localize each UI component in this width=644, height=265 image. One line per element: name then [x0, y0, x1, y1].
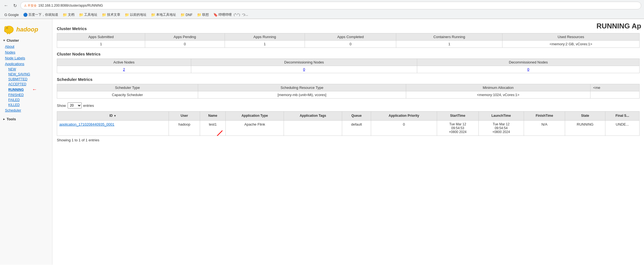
sidebar-item-new[interactable]: NEW [0, 67, 52, 72]
th-state: State [565, 112, 605, 121]
th-app-tags-label: Application Tags [300, 114, 326, 118]
bookmark-label: 工具地址 [84, 12, 97, 17]
cell-state: RUNNING [565, 120, 605, 136]
folder-icon: 📁 [79, 13, 83, 17]
cell-start-time: Tue Mar 12 09:54:53 +0800 2024 [437, 120, 478, 136]
val-scheduler-type: Capacity Scheduler [57, 91, 198, 99]
bookmark-label: DNF [186, 13, 193, 17]
sidebar-item-nodes[interactable]: Nodes [0, 49, 52, 55]
bookmark-tech[interactable]: 📁 技术文章 [100, 12, 122, 18]
cell-name: test1 [200, 120, 226, 136]
th-name-label: Name [208, 114, 217, 118]
browser-chrome: ← ↻ ⚠ 不安全 192.168.1.200:8088/cluster/app… [0, 0, 644, 19]
submitted-label: SUBMITTED [8, 77, 27, 81]
page-title: RUNNING Ap [597, 22, 644, 30]
th-id-label: ID [109, 114, 113, 118]
sidebar-cluster-title[interactable]: ▼ Cluster [0, 37, 52, 44]
apps-table-wrapper: ID ▼ User Name Application Type [57, 111, 640, 136]
sidebar-item-about[interactable]: About [0, 44, 52, 49]
reload-button[interactable]: ↻ [12, 2, 18, 9]
val-apps-submitted: 1 [57, 41, 145, 48]
bookmark-docs[interactable]: 📁 文档 [61, 12, 76, 18]
sidebar-item-killed[interactable]: KILLED [0, 102, 52, 107]
val-decommissioning-nodes[interactable]: 0 [191, 66, 417, 73]
bookmark-lenovo[interactable]: 📁 联想 [195, 12, 211, 18]
bookmark-label: 本地工具地址 [156, 12, 176, 17]
decommissioned-nodes-link[interactable]: 0 [527, 67, 529, 71]
show-label: Show [57, 104, 66, 108]
cluster-arrow-icon: ▼ [3, 39, 6, 42]
browser-toolbar: ← ↻ ⚠ 不安全 192.168.1.200:8088/cluster/app… [0, 0, 644, 11]
scheduler-metrics-table: Scheduler Type Scheduling Resource Type … [57, 84, 640, 99]
bookmark-dnf[interactable]: 📁 DNF [179, 12, 194, 17]
bookmark-bilibili[interactable]: 🔖 哔哩哔哩（°-°）つ... [212, 12, 250, 18]
about-label: About [5, 44, 14, 49]
cluster-nodes-metrics-title: Cluster Nodes Metrics [57, 52, 640, 56]
sidebar-item-scheduler[interactable]: Scheduler [0, 107, 52, 113]
folder-icon: 📁 [180, 13, 185, 17]
sidebar-item-accepted[interactable]: ACCEPTED [0, 82, 52, 87]
col-scheduling-resource-type: Scheduling Resource Type [198, 84, 406, 91]
bookmark-google[interactable]: G Google [3, 12, 20, 17]
cluster-metrics-table: Apps Submitted Apps Pending Apps Running… [57, 33, 640, 48]
val-minimum-allocation: <memory:1024, vCores:1> [406, 91, 590, 99]
bookmark-local[interactable]: 📁 本地工具地址 [149, 12, 178, 18]
bookmark-label: 以前的地址 [130, 12, 147, 17]
cell-final-state: UNDE... [605, 120, 639, 136]
bookmark-baidu[interactable]: 🔵 百度一下，你就知道 [22, 12, 60, 18]
th-id[interactable]: ID ▼ [57, 112, 169, 121]
decommissioning-nodes-link[interactable]: 0 [303, 67, 305, 71]
new-label: NEW [8, 67, 16, 71]
col-used-resources: Used Resources [502, 33, 640, 41]
folder-icon: 📁 [197, 13, 201, 17]
sidebar-item-failed[interactable]: FAILED [0, 97, 52, 102]
bookmark-label: 哔哩哔哩（°-°）つ... [219, 12, 248, 17]
val-decommissioned-nodes[interactable]: 0 [417, 66, 640, 73]
col-active-nodes: Active Nodes [57, 59, 191, 66]
sidebar-item-submitted[interactable]: SUBMITTED [0, 77, 52, 82]
th-state-label: State [581, 114, 589, 118]
val-apps-pending: 0 [145, 41, 225, 48]
col-scheduler-type: Scheduler Type [57, 84, 198, 91]
sidebar-tools-section: ► Tools [0, 116, 52, 122]
bookmark-label: 联想 [202, 12, 209, 17]
address-bar[interactable]: ⚠ 不安全 192.168.1.200:8088/cluster/apps/RU… [20, 2, 641, 9]
back-button[interactable]: ← [3, 2, 9, 9]
svg-rect-5 [9, 32, 10, 34]
th-start-time: StartTime [437, 112, 478, 121]
sidebar-item-finished[interactable]: FINISHED [0, 92, 52, 97]
entries-select[interactable]: 10 20 25 50 100 [68, 102, 82, 108]
val-maximum-allocation [590, 91, 639, 99]
bookmark-label: 百度一下，你就知道 [28, 12, 58, 17]
page-layout: hadoop ▼ Cluster About Nodes Node Labels… [0, 19, 644, 265]
baidu-icon: 🔵 [23, 13, 28, 17]
col-maximum-allocation: <me [590, 84, 639, 91]
bookmark-old[interactable]: 📁 以前的地址 [123, 12, 148, 18]
val-containers-running: 1 [396, 41, 502, 48]
col-decommissioned-nodes: Decommissioned Nodes [417, 59, 640, 66]
sidebar: hadoop ▼ Cluster About Nodes Node Labels… [0, 19, 52, 265]
sidebar-item-running[interactable]: RUNNING [0, 87, 32, 92]
entries-label: entries [83, 104, 94, 108]
val-active-nodes[interactable]: 2 [57, 66, 191, 73]
col-apps-running: Apps Running [225, 33, 305, 41]
cluster-nodes-metrics-table: Active Nodes Decommissioning Nodes Decom… [57, 59, 640, 73]
cell-priority: 0 [371, 120, 437, 136]
finished-label: FINISHED [8, 93, 24, 97]
active-nodes-link[interactable]: 2 [123, 67, 125, 71]
th-user-label: User [181, 114, 188, 118]
sidebar-item-node-labels[interactable]: Node Labels [0, 55, 52, 61]
cell-app-type: Apache Flink [226, 120, 284, 136]
failed-label: FAILED [8, 98, 20, 102]
show-entries-control: Show 10 20 25 50 100 entries [57, 102, 640, 108]
sidebar-item-new-saving[interactable]: NEW_SAVING [0, 72, 52, 77]
sidebar-item-applications[interactable]: Applications [0, 61, 52, 67]
val-apps-completed: 0 [305, 41, 396, 48]
sidebar-tools-title[interactable]: ► Tools [0, 116, 52, 122]
app-id-link[interactable]: application_1710208440935_0001 [59, 122, 115, 126]
sidebar-cluster-section: ▼ Cluster About Nodes Node Labels Applic… [0, 37, 52, 113]
scheduler-label: Scheduler [5, 108, 21, 112]
th-app-type-label: Application Type [241, 114, 268, 118]
th-queue: Queue [342, 112, 371, 121]
bookmark-tools[interactable]: 📁 工具地址 [77, 12, 99, 18]
